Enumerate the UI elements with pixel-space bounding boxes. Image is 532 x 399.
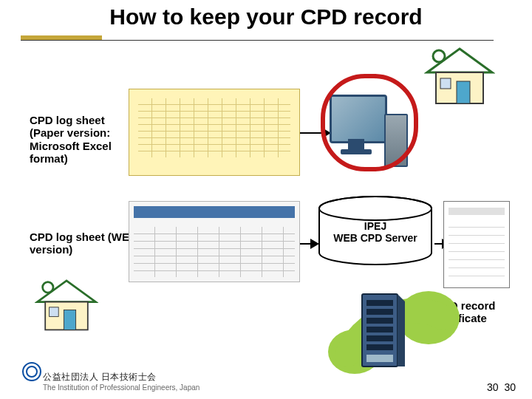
svg-rect-5 (440, 78, 451, 89)
svg-rect-27 (366, 344, 393, 350)
certificate-image (443, 201, 510, 288)
title-rule (21, 40, 494, 41)
web-form-image (129, 201, 300, 282)
page-title: How to keep your CPD record (0, 4, 532, 30)
svg-rect-22 (366, 300, 393, 306)
footer-org: 公益社団法人 日本技術士会 The Institution of Profess… (43, 371, 200, 392)
ipej-logo-icon (22, 362, 41, 381)
svg-rect-25 (366, 327, 393, 332)
label-web-version: CPD log sheet (WEB version) (30, 231, 140, 256)
footer-org-en: The Institution of Professional Engineer… (43, 383, 200, 392)
svg-rect-24 (366, 318, 393, 324)
computer-icon (330, 95, 403, 166)
svg-marker-21 (398, 294, 405, 366)
svg-rect-9 (64, 310, 75, 330)
svg-point-11 (43, 282, 53, 293)
svg-rect-28 (366, 355, 393, 362)
house-icon (424, 46, 495, 108)
house-icon (35, 278, 98, 334)
db-label-line1: IPEJ (364, 220, 386, 232)
server-rack-icon (359, 291, 406, 372)
arrow-icon (300, 126, 331, 140)
page-number: 30 30 (487, 381, 516, 393)
svg-rect-10 (50, 307, 59, 317)
footer-org-jp: 公益社団法人 日本技術士会 (43, 372, 157, 382)
db-label-line2: WEB CPD Server (333, 232, 417, 244)
label-paper-version: CPD log sheet (Paper version: Microsoft … (30, 114, 140, 165)
svg-point-6 (433, 50, 445, 62)
svg-rect-26 (366, 335, 393, 341)
db-label: IPEJ WEB CPD Server (316, 220, 434, 244)
spreadsheet-image (129, 89, 300, 176)
svg-rect-23 (366, 309, 393, 315)
svg-rect-4 (457, 81, 470, 103)
